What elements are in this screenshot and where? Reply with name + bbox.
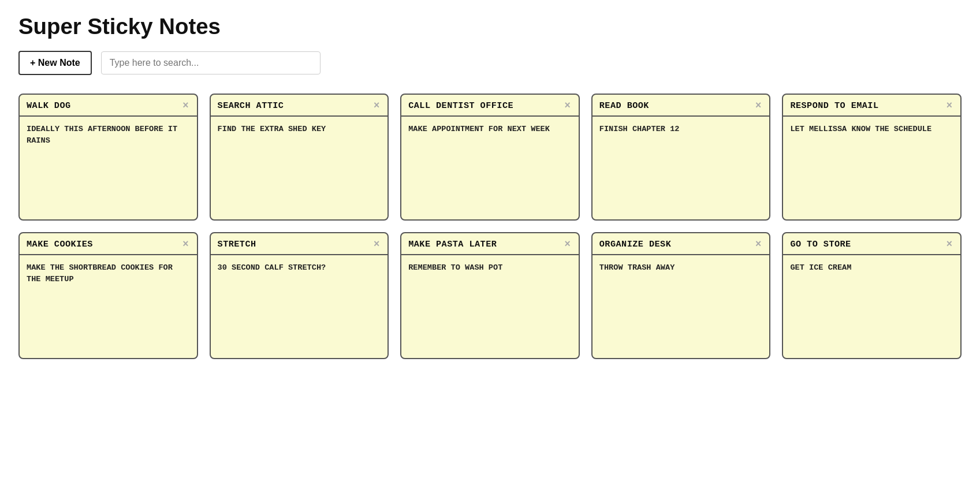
note-header-5: Respond to Email×: [783, 95, 960, 117]
note-card-8: Make Pasta Later×Remember to wash pot: [400, 232, 580, 359]
note-body-8: Remember to wash pot: [401, 255, 579, 358]
note-header-9: Organize Desk×: [593, 233, 770, 255]
note-close-button-6[interactable]: ×: [181, 239, 189, 249]
note-body-3: Make appointment for next week: [401, 117, 579, 219]
note-card-5: Respond to Email×Let Mellissa know the s…: [782, 94, 962, 221]
note-header-7: Stretch×: [211, 233, 388, 255]
note-header-4: Read Book×: [593, 95, 770, 117]
note-body-1: Ideally this afternoon before it rains: [20, 117, 197, 219]
note-header-1: Walk Dog×: [20, 95, 197, 117]
app-title: Super Sticky Notes: [18, 14, 962, 39]
notes-grid: Walk Dog×Ideally this afternoon before i…: [18, 94, 962, 359]
note-body-6: Make the shortbread cookies for the meet…: [20, 255, 197, 358]
note-body-5: Let Mellissa know the schedule: [783, 117, 960, 219]
note-close-button-3[interactable]: ×: [564, 100, 572, 111]
note-header-8: Make Pasta Later×: [401, 233, 579, 255]
note-close-button-4[interactable]: ×: [754, 100, 762, 111]
note-title-7: Stretch: [218, 239, 256, 249]
note-card-3: Call Dentist Office×Make appointment for…: [400, 94, 580, 221]
note-body-2: Find the extra shed key: [211, 117, 388, 219]
note-body-4: Finish chapter 12: [593, 117, 770, 219]
note-header-3: Call Dentist Office×: [401, 95, 579, 117]
search-input[interactable]: [101, 51, 321, 74]
note-title-9: Organize Desk: [599, 239, 671, 249]
note-card-4: Read Book×Finish chapter 12: [591, 94, 771, 221]
note-card-2: Search Attic×Find the extra shed key: [210, 94, 389, 221]
note-title-4: Read Book: [599, 100, 649, 111]
note-body-7: 30 second calf stretch?: [211, 255, 388, 358]
note-card-6: Make Cookies×Make the shortbread cookies…: [18, 232, 198, 359]
note-card-1: Walk Dog×Ideally this afternoon before i…: [18, 94, 198, 221]
note-title-2: Search Attic: [218, 100, 284, 111]
new-note-button[interactable]: + New Note: [18, 51, 92, 75]
note-close-button-5[interactable]: ×: [945, 100, 953, 111]
note-header-2: Search Attic×: [211, 95, 388, 117]
note-close-button-10[interactable]: ×: [945, 239, 953, 249]
note-title-6: Make Cookies: [27, 239, 93, 249]
note-close-button-8[interactable]: ×: [564, 239, 572, 249]
note-close-button-2[interactable]: ×: [372, 100, 381, 111]
note-title-1: Walk Dog: [27, 100, 71, 111]
note-close-button-9[interactable]: ×: [754, 239, 762, 249]
note-title-8: Make Pasta Later: [408, 239, 497, 249]
note-close-button-1[interactable]: ×: [181, 100, 189, 111]
note-header-6: Make Cookies×: [20, 233, 197, 255]
note-title-10: Go To Store: [790, 239, 851, 249]
note-header-10: Go To Store×: [783, 233, 960, 255]
toolbar: + New Note: [18, 51, 962, 75]
note-body-9: Throw trash away: [593, 255, 770, 358]
note-body-10: Get ice cream: [783, 255, 960, 358]
note-card-9: Organize Desk×Throw trash away: [591, 232, 771, 359]
note-title-5: Respond to Email: [790, 100, 878, 111]
note-card-7: Stretch×30 second calf stretch?: [210, 232, 389, 359]
note-close-button-7[interactable]: ×: [372, 239, 381, 249]
note-card-10: Go To Store×Get ice cream: [782, 232, 962, 359]
note-title-3: Call Dentist Office: [408, 100, 513, 111]
